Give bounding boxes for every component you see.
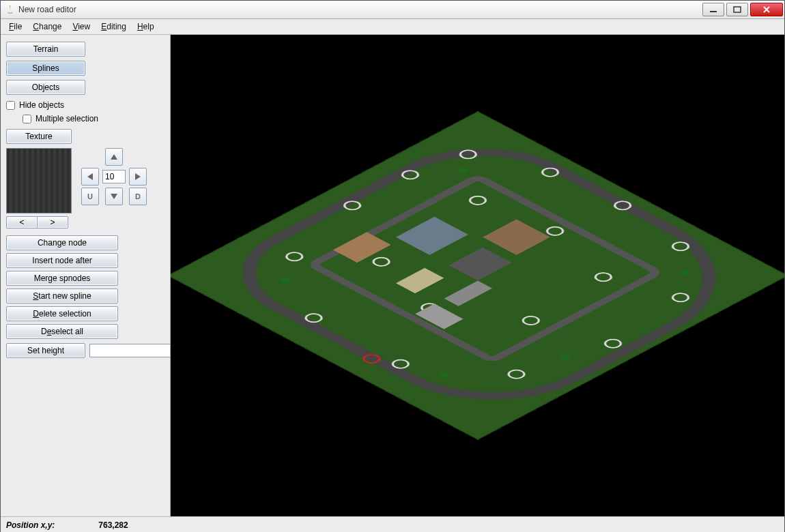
nav-left-button[interactable] <box>81 168 99 186</box>
spline-actions: Change node Insert node after Merge spno… <box>6 235 165 339</box>
deselect-all-button[interactable]: Deselect all <box>6 324 118 339</box>
set-height-row: Set height <box>6 342 165 359</box>
nav-up-button[interactable] <box>105 148 123 166</box>
close-button[interactable] <box>750 3 783 16</box>
hide-objects-input[interactable] <box>6 101 15 110</box>
insert-node-after-button[interactable]: Insert node after <box>6 253 118 268</box>
menu-help[interactable]: Help <box>132 20 160 33</box>
nav-right-button[interactable] <box>129 168 147 186</box>
sidebar: Terrain Splines Objects Hide objects Mul… <box>1 35 170 516</box>
set-height-button[interactable]: Set height <box>6 343 85 358</box>
texture-prev-button[interactable]: < <box>6 216 37 228</box>
texture-controls: < > U D <box>6 148 165 230</box>
window-title: New road editor <box>18 5 700 14</box>
status-coords: 763,282 <box>98 520 128 530</box>
objects-button[interactable]: Objects <box>6 80 85 95</box>
merge-spnodes-button[interactable]: Merge spnodes <box>6 271 118 286</box>
menu-editing[interactable]: Editing <box>96 20 132 33</box>
svg-rect-0 <box>710 11 717 12</box>
status-label: Position x,y: <box>6 520 55 530</box>
app-window: New road editor File Change View Editing… <box>0 0 785 532</box>
delete-selection-button[interactable]: Delete selection <box>6 306 118 321</box>
content-area: Terrain Splines Objects Hide objects Mul… <box>1 35 784 516</box>
scene-3d <box>171 35 784 516</box>
texture-next-button[interactable]: > <box>37 216 68 228</box>
maximize-button[interactable] <box>726 3 748 16</box>
multiple-selection-label: Multiple selection <box>35 114 98 123</box>
java-icon <box>5 4 16 15</box>
svg-rect-1 <box>734 7 741 12</box>
texture-button[interactable]: Texture <box>6 129 72 144</box>
nav-step-input[interactable] <box>102 170 126 183</box>
multiple-selection-input[interactable] <box>23 115 31 123</box>
nav-d-button[interactable]: D <box>129 188 147 205</box>
terrain-button[interactable]: Terrain <box>6 42 85 57</box>
multiple-selection-checkbox[interactable]: Multiple selection <box>23 114 165 123</box>
statusbar: Position x,y: 763,282 <box>1 516 784 532</box>
nav-u-button[interactable]: U <box>81 188 99 205</box>
change-node-button[interactable]: Change node <box>6 235 118 250</box>
menubar: File Change View Editing Help <box>1 19 784 35</box>
minimize-button[interactable] <box>702 3 724 16</box>
window-controls <box>700 3 783 16</box>
nav-down-button[interactable] <box>105 188 123 205</box>
hide-objects-checkbox[interactable]: Hide objects <box>6 100 165 110</box>
viewport[interactable] <box>170 35 784 516</box>
splines-button[interactable]: Splines <box>6 61 85 76</box>
hide-objects-label: Hide objects <box>19 100 64 110</box>
start-new-spline-button[interactable]: Start new spline <box>6 289 118 304</box>
titlebar: New road editor <box>1 1 784 19</box>
menu-change[interactable]: Change <box>27 20 67 33</box>
menu-file[interactable]: File <box>3 20 27 33</box>
texture-swatch[interactable] <box>6 148 72 213</box>
nav-pad: U D <box>81 148 147 205</box>
menu-view[interactable]: View <box>67 20 96 33</box>
